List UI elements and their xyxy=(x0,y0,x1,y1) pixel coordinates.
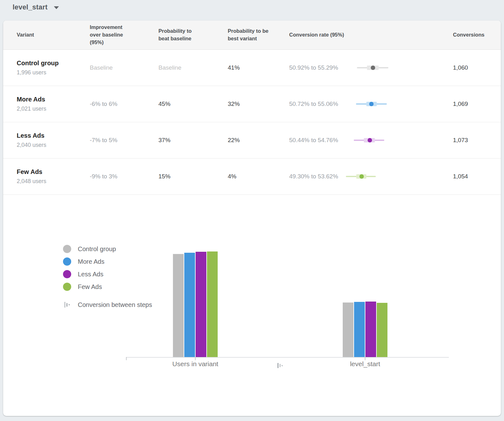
bar-less-ads xyxy=(365,302,376,357)
legend-label: Conversion between steps xyxy=(78,301,152,309)
event-selector-label: level_start xyxy=(13,3,48,11)
variant-name: More Ads xyxy=(17,96,90,103)
axis-tick xyxy=(195,357,196,360)
conversion-steps-icon xyxy=(275,361,285,370)
legend-label: Less Ads xyxy=(78,271,103,278)
col-header-conversions: Conversions xyxy=(453,31,504,39)
event-selector-dropdown[interactable]: level_start xyxy=(13,3,59,11)
variant-users: 2,048 users xyxy=(17,178,90,185)
variant-cell: More Ads 2,021 users xyxy=(3,96,90,112)
bar-few-ads xyxy=(207,251,218,357)
prob-beat-value: 37% xyxy=(158,137,228,144)
confidence-interval xyxy=(346,173,393,180)
legend-label: More Ads xyxy=(78,258,104,265)
category-label-users-in-variant: Users in variant xyxy=(172,360,218,368)
conversion-range: 50.44% to 54.76% xyxy=(289,137,346,144)
legend-item-less-ads: Less Ads xyxy=(63,270,152,278)
variant-name: Control group xyxy=(17,60,90,67)
variant-users: 2,040 users xyxy=(17,142,90,148)
col-header-improvement: Improvement over baseline (95%) xyxy=(90,24,132,46)
prob-beat-value: 15% xyxy=(158,173,228,180)
variant-cell: Few Ads 2,048 users xyxy=(3,168,90,185)
conversions-value: 1,069 xyxy=(453,101,504,107)
legend-item-few-ads: Few Ads xyxy=(63,283,152,291)
variant-users: 1,996 users xyxy=(17,69,90,76)
legend-label: Control group xyxy=(78,245,116,253)
topbar: level_start xyxy=(0,0,504,20)
conversion-range: 50.92% to 55.29% xyxy=(289,64,346,71)
prob-beat-value: 45% xyxy=(158,101,228,107)
variant-cell: Control group 1,996 users xyxy=(3,60,90,76)
bar-control-group xyxy=(343,303,353,357)
prob-best-value: 32% xyxy=(228,101,289,107)
col-header-prob-beat: Probability to beat baseline xyxy=(158,27,198,43)
conversion-range: 50.72% to 55.06% xyxy=(289,101,346,107)
col-header-conversion-rate: Conversion rate (95%) xyxy=(289,31,453,39)
bar-more-ads xyxy=(354,302,365,357)
improvement-value: -6% to 6% xyxy=(90,101,158,107)
prob-best-value: 41% xyxy=(228,64,289,71)
prob-beat-value: Baseline xyxy=(158,64,228,71)
confidence-interval xyxy=(346,137,393,144)
conversion-rate-cell: 50.92% to 55.29% xyxy=(289,64,453,71)
table-header-row: Variant Improvement over baseline (95%) … xyxy=(3,20,501,50)
bar-few-ads xyxy=(377,303,387,357)
conversion-rate-cell: 49.30% to 53.62% xyxy=(289,173,453,180)
legend-item-control: Control group xyxy=(63,245,152,253)
variant-cell: Less Ads 2,040 users xyxy=(3,132,90,148)
prob-best-value: 22% xyxy=(228,137,289,144)
conversion-rate-cell: 50.72% to 55.06% xyxy=(289,101,453,107)
caret-down-icon xyxy=(54,6,59,9)
legend-label: Few Ads xyxy=(78,283,102,291)
variant-name: Less Ads xyxy=(17,132,90,139)
table-row: Less Ads 2,040 users -7% to 5% 37% 22% 5… xyxy=(3,122,501,159)
axis-tick xyxy=(126,357,127,360)
conversion-steps-icon xyxy=(63,302,71,308)
legend-swatch xyxy=(63,270,71,278)
legend-swatch xyxy=(63,245,71,253)
legend-item-conversion-steps: Conversion between steps xyxy=(63,301,152,309)
results-card: Variant Improvement over baseline (95%) … xyxy=(3,20,501,416)
improvement-value: Baseline xyxy=(90,64,158,71)
table-row: More Ads 2,021 users -6% to 6% 45% 32% 5… xyxy=(3,86,501,122)
conversions-value: 1,073 xyxy=(453,137,504,144)
improvement-value: -7% to 5% xyxy=(90,137,158,144)
legend-swatch xyxy=(63,257,71,266)
conversions-value: 1,054 xyxy=(453,173,504,180)
bar-control-group xyxy=(173,254,184,357)
legend-swatch xyxy=(63,283,71,291)
bar-less-ads xyxy=(196,252,206,357)
chart-legend: Control group More Ads Less Ads Few Ads … xyxy=(63,245,152,309)
table-row: Control group 1,996 users Baseline Basel… xyxy=(3,50,501,86)
variant-name: Few Ads xyxy=(17,168,90,176)
prob-best-value: 4% xyxy=(228,173,289,180)
col-header-prob-best: Probability to be best variant xyxy=(228,27,269,43)
conversion-rate-cell: 50.44% to 54.76% xyxy=(289,137,453,144)
col-header-variant: Variant xyxy=(3,31,90,39)
confidence-interval xyxy=(346,64,393,71)
axis-tick xyxy=(365,357,365,360)
confidence-interval xyxy=(346,101,393,107)
variant-users: 2,021 users xyxy=(17,106,90,112)
improvement-value: -9% to 3% xyxy=(90,173,158,180)
conversions-value: 1,060 xyxy=(453,64,504,71)
legend-item-more-ads: More Ads xyxy=(63,257,152,266)
x-axis-line xyxy=(126,357,449,358)
table-row: Few Ads 2,048 users -9% to 3% 15% 4% 49.… xyxy=(3,159,501,195)
bar-more-ads xyxy=(184,253,195,357)
category-label-level-start: level_start xyxy=(350,360,380,368)
conversion-range: 49.30% to 53.62% xyxy=(289,173,346,180)
